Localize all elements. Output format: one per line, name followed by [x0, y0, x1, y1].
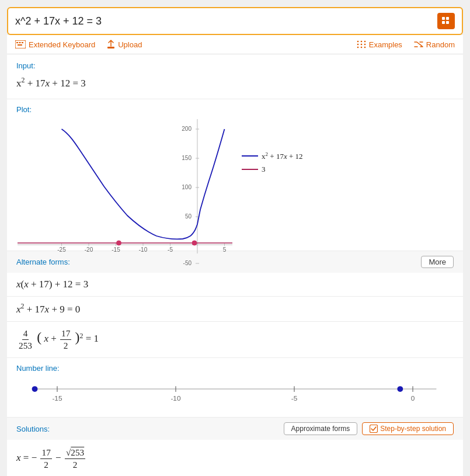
svg-point-46	[192, 241, 197, 245]
plot-container: 200 150 100 50 -50	[16, 116, 454, 245]
result-area: Input: x2 + 17x + 12 = 3 Plot: 200 150 1…	[7, 54, 463, 476]
solutions-header: Solutions: Approximate forms Step-by-ste…	[7, 418, 463, 440]
svg-rect-8	[18, 44, 22, 46]
legend-label-constant: 3	[262, 165, 266, 174]
svg-rect-1	[446, 17, 449, 20]
svg-point-17	[360, 47, 362, 48]
plot-graph: 200 150 100 50 -50	[16, 116, 232, 245]
svg-text:-25: -25	[57, 246, 66, 253]
svg-text:-15: -15	[52, 394, 62, 402]
alt-form-1: x(x + 17) + 12 = 3	[7, 273, 463, 297]
alternate-forms-label: Alternate forms:	[16, 258, 70, 266]
examples-icon	[357, 40, 366, 48]
svg-text:-5: -5	[168, 246, 173, 253]
svg-rect-0	[442, 17, 445, 20]
random-icon	[414, 40, 423, 48]
alternate-forms-header: Alternate forms: More	[7, 251, 463, 273]
svg-point-12	[364, 41, 365, 43]
svg-point-13	[357, 44, 358, 46]
input-section: Input: x2 + 17x + 12 = 3	[7, 54, 463, 99]
upload-icon	[107, 40, 115, 49]
svg-point-14	[360, 44, 362, 46]
keyboard-icon	[15, 40, 26, 48]
svg-point-56	[32, 386, 38, 392]
svg-point-11	[360, 41, 362, 43]
svg-text:50: 50	[185, 213, 192, 220]
input-formula: x2 + 17x + 12 = 3	[16, 74, 454, 92]
svg-point-15	[364, 44, 365, 46]
svg-text:200: 200	[182, 126, 192, 132]
number-line-label: Number line:	[16, 364, 454, 373]
toolbar: Extended Keyboard Upload Examples	[7, 35, 463, 54]
svg-text:5: 5	[223, 246, 227, 253]
svg-rect-3	[446, 21, 449, 24]
svg-text:0: 0	[411, 394, 415, 402]
legend-label-parabola: x2 + 17x + 12	[262, 151, 303, 161]
svg-point-18	[364, 47, 365, 48]
svg-rect-5	[16, 42, 18, 43]
plot-section: Plot: 200 150 100 50 -50	[7, 99, 463, 251]
examples-button[interactable]: Examples	[357, 40, 402, 49]
number-line-svg: -15 -10 -5 0	[16, 377, 454, 406]
examples-label: Examples	[369, 40, 402, 49]
legend-line-red	[242, 169, 258, 170]
svg-text:-50: -50	[183, 260, 192, 266]
svg-text:-10: -10	[139, 246, 148, 253]
svg-rect-6	[19, 42, 21, 43]
svg-text:150: 150	[182, 155, 192, 161]
alt-form-3: 4 253 ( x + 17 2 )2 = 1	[7, 322, 463, 358]
svg-text:100: 100	[182, 184, 192, 190]
input-label: Input:	[16, 61, 454, 70]
toolbar-right: Examples Random	[357, 40, 455, 49]
solutions-buttons: Approximate forms Step-by-step solution	[284, 422, 454, 435]
svg-rect-2	[442, 21, 445, 24]
approximate-forms-button[interactable]: Approximate forms	[284, 422, 358, 435]
svg-text:-20: -20	[85, 246, 93, 253]
step-by-step-button[interactable]: Step-by-step solution	[362, 422, 454, 435]
random-label: Random	[426, 40, 455, 49]
upload-label: Upload	[118, 40, 142, 49]
random-button[interactable]: Random	[414, 40, 455, 49]
extended-keyboard-button[interactable]: Extended Keyboard	[15, 40, 95, 49]
solution-1: x = − 17 2 − √253 2	[7, 440, 463, 476]
solutions-label: Solutions:	[16, 425, 50, 433]
svg-point-57	[397, 386, 403, 392]
number-line-section: Number line: -15 -10 -5 0	[7, 358, 463, 418]
svg-rect-7	[22, 42, 23, 43]
svg-point-45	[117, 241, 121, 245]
search-bar: x^2 + 17x + 12 = 3	[7, 7, 463, 35]
alt-form-2: x2 + 17x + 9 = 0	[7, 297, 463, 322]
step-by-step-label: Step-by-step solution	[380, 425, 446, 433]
svg-text:-5: -5	[291, 394, 298, 402]
svg-text:-10: -10	[170, 394, 181, 402]
plot-label: Plot:	[16, 105, 454, 114]
plot-legend: x2 + 17x + 12 3	[242, 116, 303, 178]
grid-icon	[441, 16, 451, 26]
svg-text:-15: -15	[112, 246, 120, 253]
legend-item-constant: 3	[242, 165, 303, 174]
legend-item-parabola: x2 + 17x + 12	[242, 151, 303, 161]
search-submit-button[interactable]	[437, 13, 455, 29]
svg-point-10	[357, 41, 358, 43]
search-input[interactable]: x^2 + 17x + 12 = 3	[15, 15, 437, 27]
svg-rect-9	[107, 47, 114, 48]
svg-point-16	[357, 47, 358, 48]
legend-line-blue	[242, 155, 258, 157]
more-button[interactable]: More	[421, 256, 454, 268]
checkbox-icon	[370, 425, 378, 433]
upload-button[interactable]: Upload	[107, 40, 142, 49]
extended-keyboard-label: Extended Keyboard	[29, 40, 95, 49]
